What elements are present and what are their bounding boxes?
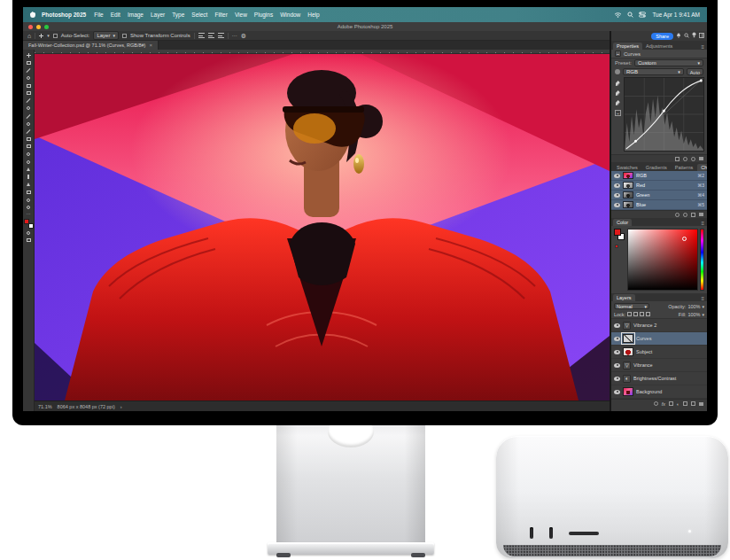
blend-mode-dropdown[interactable]: Normal ▾ (614, 303, 649, 309)
default-colors-icon[interactable] (615, 245, 618, 248)
tab-gradients[interactable]: Gradients (642, 164, 671, 171)
fill-value[interactable]: 100% (687, 312, 700, 317)
layer-row-background[interactable]: Background (611, 385, 707, 399)
hue-slider[interactable] (700, 229, 704, 291)
menu-layer[interactable]: Layer (151, 12, 165, 18)
search-icon[interactable] (684, 33, 689, 40)
healing-brush-tool-icon[interactable] (23, 105, 35, 113)
channel-dropdown[interactable]: RGB ▾ (623, 68, 684, 75)
apple-logo-icon[interactable] (30, 12, 35, 18)
visibility-eye-icon[interactable] (614, 323, 620, 328)
close-tab-icon[interactable]: × (149, 43, 152, 48)
channel-row-green[interactable]: Green ⌘4 (611, 191, 707, 200)
blur-tool-icon[interactable] (23, 151, 35, 159)
object-selection-tool-icon[interactable] (23, 74, 35, 82)
menu-select[interactable]: Select (191, 12, 207, 18)
move-tool-icon[interactable] (23, 51, 35, 59)
tab-channels[interactable]: Channels (697, 164, 707, 171)
eyedropper-tool-icon[interactable] (23, 97, 35, 105)
layer-row-curves[interactable]: Curves (611, 332, 707, 346)
curve-grid[interactable] (624, 77, 704, 152)
crop-tool-icon[interactable] (23, 82, 35, 89)
show-transform-checkbox[interactable] (122, 34, 127, 38)
toggle-visibility-icon[interactable] (683, 157, 687, 161)
share-button[interactable]: Share (651, 33, 673, 40)
hand-tool-icon[interactable] (23, 196, 35, 204)
lock-pixels-icon[interactable] (633, 312, 638, 316)
gray-point-eyedropper-icon[interactable] (616, 90, 620, 96)
clip-to-layer-icon[interactable] (675, 157, 680, 161)
pen-tool-icon[interactable] (23, 166, 35, 174)
eraser-tool-icon[interactable] (23, 136, 35, 144)
menu-window[interactable]: Window (280, 12, 300, 18)
marquee-tool-icon[interactable] (23, 59, 35, 67)
visibility-eye-icon[interactable] (614, 350, 620, 354)
tool-preset-arrow-icon[interactable]: ▾ (47, 31, 50, 41)
visibility-eye-icon[interactable] (614, 203, 620, 207)
quick-mask-icon[interactable] (23, 229, 35, 237)
more-options-icon[interactable]: ··· (232, 33, 237, 38)
layer-group-icon[interactable] (683, 401, 687, 406)
tab-properties[interactable]: Properties (613, 43, 642, 50)
layer-row-subject[interactable]: Subject (611, 346, 707, 359)
layer-mask-icon[interactable] (669, 401, 673, 406)
search-icon[interactable] (627, 12, 633, 18)
menu-plugins[interactable]: Plugins (254, 12, 273, 18)
align-right-icon[interactable] (218, 33, 224, 38)
auto-select-checkbox[interactable] (53, 34, 58, 38)
layer-row-vibrance[interactable]: ▽ Vibrance (611, 359, 707, 372)
menu-type[interactable]: Type (172, 12, 184, 18)
visibility-eye-icon[interactable] (614, 337, 620, 341)
history-brush-tool-icon[interactable] (23, 128, 35, 136)
edit-toolbar-icon[interactable]: ··· (27, 211, 31, 216)
layer-row-brightness-contrast[interactable]: ◐ Brightness/Contrast (611, 372, 707, 385)
lock-all-icon[interactable] (646, 312, 650, 316)
dodge-tool-icon[interactable] (23, 158, 35, 166)
zoom-level[interactable]: 71.1% (38, 404, 52, 409)
targeted-adjustment-icon[interactable] (615, 69, 620, 74)
save-selection-icon[interactable] (683, 213, 687, 217)
menu-filter[interactable]: Filter (214, 12, 227, 18)
curves-layer-thumbnail[interactable] (623, 334, 633, 343)
color-cursor[interactable] (682, 237, 687, 241)
visibility-eye-icon[interactable] (614, 183, 620, 188)
white-point-eyedropper-icon[interactable] (616, 100, 620, 105)
delete-adjustment-icon[interactable] (699, 157, 703, 160)
lock-position-icon[interactable] (640, 312, 644, 316)
delete-channel-icon[interactable] (699, 213, 703, 216)
menu-app-name[interactable]: Photoshop 2025 (42, 12, 86, 18)
layer-thumbnail[interactable] (623, 387, 633, 396)
menu-file[interactable]: File (94, 12, 103, 18)
menu-help[interactable]: Help (307, 12, 319, 18)
document-tab[interactable]: Fall-Winter-Collection.psd @ 71.1% (Curv… (23, 41, 159, 50)
menu-image[interactable]: Image (128, 12, 144, 18)
link-layers-icon[interactable] (654, 401, 658, 406)
lightbulb-icon[interactable] (692, 32, 696, 40)
home-icon[interactable]: ⌂ (27, 31, 31, 41)
auto-select-target-dropdown[interactable]: Layer ▾ (93, 31, 119, 40)
visibility-eye-icon[interactable] (614, 193, 620, 198)
foreground-color-swatch[interactable] (614, 229, 621, 236)
foreground-background-swatches[interactable] (24, 219, 34, 229)
new-layer-icon[interactable] (691, 401, 695, 406)
black-point-eyedropper-icon[interactable] (616, 81, 620, 86)
frame-tool-icon[interactable] (23, 89, 35, 97)
opacity-value[interactable]: 100% (687, 304, 700, 309)
menu-clock[interactable]: Tue Apr 1 9:41 AM (652, 12, 700, 18)
reset-adjustment-icon[interactable] (691, 157, 695, 161)
visibility-eye-icon[interactable] (614, 390, 620, 394)
workspace-icon[interactable] (699, 33, 704, 40)
lock-transparency-icon[interactable] (627, 312, 632, 316)
new-channel-icon[interactable] (691, 213, 695, 217)
tab-color[interactable]: Color (613, 219, 632, 226)
load-selection-icon[interactable] (675, 213, 680, 217)
tab-layers[interactable]: Layers (613, 294, 635, 301)
visibility-eye-icon[interactable] (614, 363, 620, 368)
channel-row-blue[interactable]: Blue ⌘5 (611, 200, 707, 210)
channel-row-rgb[interactable]: RGB ⌘2 (611, 171, 707, 181)
tab-patterns[interactable]: Patterns (672, 164, 696, 171)
zoom-tool-icon[interactable] (23, 204, 35, 212)
align-center-icon[interactable] (208, 33, 214, 38)
dropdown-arrow-icon[interactable]: ▾ (702, 312, 704, 317)
saturation-brightness-field[interactable] (627, 229, 698, 291)
